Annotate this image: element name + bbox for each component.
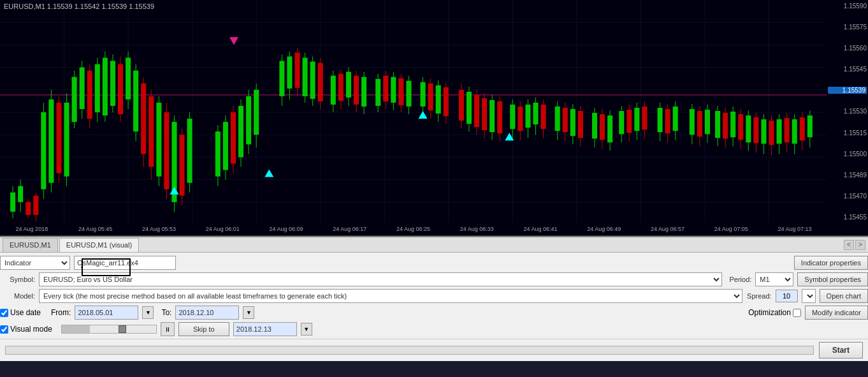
progress-slider[interactable]	[119, 325, 126, 333]
bottom-progress-bar[interactable]	[5, 346, 814, 355]
indicator-properties-button[interactable]: Indicator properties	[794, 256, 868, 270]
svg-rect-29	[33, 196, 38, 215]
svg-rect-25	[18, 186, 23, 202]
period-dropdown[interactable]: M1	[755, 272, 793, 286]
svg-rect-99	[346, 72, 351, 98]
time-label: 24 Aug 2018	[0, 226, 64, 232]
modify-indicator-button[interactable]: Modify indicator	[805, 306, 868, 320]
progress-fill	[62, 325, 90, 333]
svg-rect-199	[792, 119, 797, 144]
svg-rect-117	[428, 84, 433, 110]
symbol-properties-button[interactable]: Symbol properties	[797, 272, 868, 286]
svg-rect-33	[48, 100, 54, 183]
tab-nav-left[interactable]: <	[844, 240, 854, 250]
svg-rect-189	[753, 117, 758, 143]
tab-nav-right[interactable]: >	[855, 240, 865, 250]
svg-rect-171	[673, 107, 678, 131]
model-dropdown[interactable]: Every tick (the most precise method base…	[39, 289, 742, 303]
svg-rect-181	[723, 113, 728, 138]
svg-rect-41	[80, 68, 85, 109]
svg-rect-127	[474, 95, 479, 127]
time-label: 24 Aug 06:33	[445, 226, 509, 232]
price-label: 1.15489	[828, 172, 867, 179]
svg-rect-39	[72, 77, 77, 122]
optimization-checkbox[interactable]	[793, 309, 801, 317]
model-label: Model:	[0, 292, 35, 300]
svg-rect-195	[777, 119, 782, 144]
skip-to-date-picker[interactable]: ▼	[301, 323, 312, 336]
indicator-dropdown[interactable]: Indicator	[0, 256, 70, 270]
open-chart-button[interactable]: Open chart	[820, 289, 868, 303]
svg-rect-149	[570, 109, 575, 136]
svg-rect-131	[489, 100, 495, 132]
use-date-group: Use date	[0, 308, 41, 317]
time-label: 24 Aug 06:25	[382, 226, 445, 232]
model-row: Model: Every tick (the most precise meth…	[0, 289, 868, 303]
svg-rect-145	[555, 107, 560, 131]
symbol-dropdown[interactable]: EURUSD; Euro vs US Dollar	[39, 272, 722, 286]
to-label: To:	[161, 308, 171, 317]
time-label: 24 Aug 07:13	[763, 226, 827, 232]
right-controls-row4: Optimization Modify indicator	[748, 306, 868, 320]
svg-rect-109	[391, 77, 396, 103]
svg-rect-147	[563, 108, 568, 132]
time-label: 24 Aug 05:53	[127, 226, 191, 232]
from-date-picker[interactable]: ▼	[142, 306, 154, 319]
svg-rect-105	[375, 79, 380, 106]
svg-rect-179	[715, 111, 720, 138]
svg-rect-67	[180, 135, 185, 196]
svg-rect-153	[592, 113, 597, 138]
svg-rect-59	[148, 96, 154, 167]
svg-rect-93	[318, 63, 323, 101]
time-label: 24 Aug 06:01	[191, 226, 254, 232]
optimization-label: Optimization	[748, 308, 791, 317]
time-axis: 24 Aug 2018 24 Aug 05:45 24 Aug 05:53 24…	[0, 223, 827, 235]
tab-eurusd-m1[interactable]: EURUSD,M1	[3, 238, 58, 252]
skip-to-date-input[interactable]	[233, 322, 297, 336]
time-label: 24 Aug 06:49	[572, 226, 636, 232]
svg-rect-167	[658, 108, 663, 132]
svg-rect-161	[626, 110, 632, 133]
svg-rect-129	[482, 98, 487, 130]
svg-rect-51	[118, 64, 123, 114]
tab-eurusd-m1-visual[interactable]: EURUSD,M1 (visual)	[59, 238, 139, 252]
svg-rect-209	[82, 259, 130, 276]
use-date-label: Use date	[10, 308, 41, 317]
svg-rect-71	[215, 131, 221, 176]
svg-rect-97	[338, 74, 344, 101]
pause-button[interactable]: ⏸	[161, 322, 175, 336]
dates-row: Use date From: ▼ To: ▼ Optimization Modi…	[0, 306, 868, 320]
svg-rect-63	[164, 112, 169, 189]
start-row: Start	[0, 339, 868, 361]
svg-rect-183	[730, 112, 735, 137]
svg-rect-49	[110, 61, 115, 106]
svg-rect-95	[331, 76, 336, 105]
svg-rect-87	[294, 52, 300, 87]
svg-rect-133	[497, 101, 502, 133]
svg-rect-35	[56, 103, 61, 174]
spread-input[interactable]	[776, 290, 798, 302]
to-date-picker[interactable]: ▼	[243, 306, 254, 319]
spread-dropdown[interactable]	[802, 289, 816, 303]
use-date-checkbox[interactable]	[0, 309, 8, 317]
start-button[interactable]: Start	[819, 342, 863, 359]
svg-rect-177	[705, 110, 710, 134]
svg-rect-137	[517, 107, 523, 131]
right-controls-row1: Indicator properties	[794, 256, 868, 270]
to-date-input[interactable]	[175, 306, 239, 320]
skip-to-button[interactable]: Skip to	[178, 322, 229, 336]
svg-marker-204	[229, 37, 238, 45]
from-date-input[interactable]	[75, 306, 138, 320]
price-label: 1.15545	[828, 66, 867, 73]
svg-rect-165	[642, 107, 647, 129]
svg-rect-159	[619, 111, 624, 134]
svg-rect-123	[459, 90, 464, 121]
svg-rect-155	[600, 114, 605, 140]
visual-mode-label: Visual mode	[10, 325, 52, 334]
price-label: 1.15530	[828, 108, 867, 115]
progress-bar[interactable]	[61, 325, 157, 334]
visual-mode-checkbox[interactable]	[0, 325, 8, 334]
svg-rect-85	[287, 57, 292, 89]
svg-rect-89	[303, 58, 308, 96]
svg-marker-205	[264, 170, 273, 177]
